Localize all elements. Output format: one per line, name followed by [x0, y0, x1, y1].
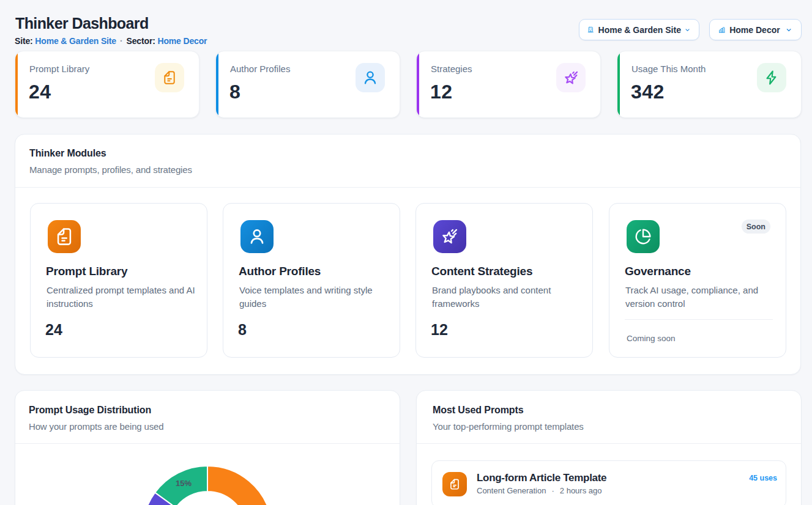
svg-text:15%: 15% [176, 479, 192, 488]
